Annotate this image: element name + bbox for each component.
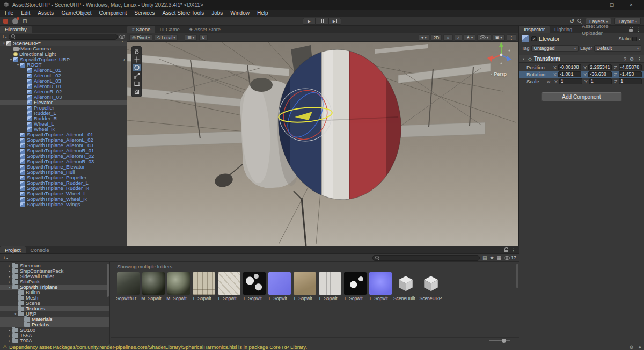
folder-mesh[interactable]: Mesh bbox=[0, 295, 109, 301]
tag-dropdown[interactable]: Untagged▾ bbox=[531, 45, 579, 52]
pivot-toggle[interactable]: ◎Pivot▾ bbox=[129, 34, 152, 41]
folder-arrow-icon[interactable]: ▸ bbox=[7, 338, 12, 344]
folder-scene[interactable]: Scene bbox=[0, 301, 109, 306]
hierarchy-item-sopwithtriplane-urp[interactable]: ▼SopwithTriplane_URP› bbox=[0, 57, 127, 62]
rect-tool-button[interactable] bbox=[133, 80, 141, 88]
component-menu-icon[interactable]: ⋮ bbox=[637, 56, 642, 62]
view-tool-button[interactable] bbox=[133, 48, 141, 55]
folder-arrow-icon[interactable]: ▸ bbox=[7, 279, 12, 285]
folder-urp[interactable]: ▾URP bbox=[0, 311, 109, 317]
asset-m-sopwit[interactable]: M_Sopwit... bbox=[166, 272, 191, 301]
project-menu-icon[interactable]: ⋮ bbox=[511, 247, 516, 253]
tab-asset-store-uploader[interactable]: Asset Store Uploader bbox=[577, 26, 629, 33]
hierarchy-item-propeller[interactable]: Propeller bbox=[0, 105, 127, 111]
asset-scenebuilt[interactable]: SceneBuilt... bbox=[393, 272, 418, 301]
folder-t90a[interactable]: ▸T90A bbox=[0, 338, 109, 344]
folder-materials[interactable]: Materials bbox=[0, 317, 109, 322]
hierarchy-item-rudder-r[interactable]: Rudder_R bbox=[0, 116, 127, 121]
gear-icon[interactable]: ⚙ bbox=[629, 345, 633, 350]
hierarchy-item-sceneurp[interactable]: ▼SceneURP*⋮ bbox=[0, 41, 127, 46]
step-button[interactable]: ▶ bbox=[328, 18, 341, 25]
add-component-button[interactable]: Add Component bbox=[541, 92, 622, 101]
hierarchy-item-rudder-l[interactable]: Rudder_L bbox=[0, 111, 127, 116]
save-search-icon[interactable]: ▦ bbox=[496, 255, 501, 260]
scale-y-field[interactable]: 1 bbox=[589, 78, 612, 84]
minimize-button[interactable]: ─ bbox=[583, 0, 602, 10]
project-search-input[interactable] bbox=[372, 255, 480, 261]
folder-sopwith-triplane[interactable]: ▾Sopwith Triplane bbox=[0, 285, 109, 290]
asset-sceneurp[interactable]: SceneURP bbox=[419, 272, 443, 301]
folder-arrow-icon[interactable]: ▸ bbox=[7, 327, 12, 333]
folder-arrow-icon[interactable]: ▾ bbox=[13, 311, 18, 317]
scene-audio-toggle[interactable]: ♪ bbox=[455, 34, 462, 41]
create-object-button[interactable]: +▾ bbox=[2, 34, 7, 40]
asset-sopwithtr[interactable]: SopwithTr... bbox=[116, 272, 140, 301]
lock-icon[interactable] bbox=[629, 29, 633, 32]
grid-scrollbar[interactable] bbox=[516, 264, 518, 288]
layer-dropdown[interactable]: Default▾ bbox=[594, 45, 641, 52]
shading-mode-dropdown[interactable]: ●▾ bbox=[419, 34, 429, 41]
hierarchy-search-input[interactable] bbox=[9, 34, 118, 40]
search-by-label-icon[interactable]: ★ bbox=[489, 255, 494, 260]
account-icon[interactable] bbox=[12, 18, 18, 24]
tab-project[interactable]: Project bbox=[0, 246, 26, 253]
scale-tool-button[interactable] bbox=[133, 72, 141, 79]
tab-inspector[interactable]: Inspector bbox=[519, 26, 550, 33]
menu-file[interactable]: File bbox=[1, 10, 17, 17]
menu-help[interactable]: Help bbox=[253, 10, 272, 17]
menu-gameobject[interactable]: GameObject bbox=[57, 10, 95, 17]
menu-component[interactable]: Component bbox=[96, 10, 131, 17]
move-tool-button[interactable] bbox=[133, 56, 141, 63]
folder-sidewalltrailer[interactable]: ▸SideWallTrailer bbox=[0, 274, 109, 279]
hierarchy-item-wheel-l[interactable]: Wheel_L bbox=[0, 121, 127, 127]
scene-menu-icon[interactable]: ⋮ bbox=[120, 41, 125, 46]
perspective-label[interactable]: ‹ Persp bbox=[491, 71, 507, 77]
tab-console[interactable]: Console bbox=[26, 246, 54, 253]
inspector-menu-icon[interactable]: ⋮ bbox=[636, 27, 641, 32]
position-x-field[interactable]: -0.00108 bbox=[558, 64, 581, 70]
object-name-field[interactable]: Elevator bbox=[539, 35, 616, 42]
folder-textures[interactable]: Textures bbox=[0, 306, 109, 311]
tab-game[interactable]: ◫Game bbox=[155, 26, 184, 33]
scale-link-icon[interactable]: ∞ bbox=[547, 79, 552, 84]
asset-t-sopwit[interactable]: T_Sopwit... bbox=[292, 272, 317, 301]
rotation-x-field[interactable]: -1.081 bbox=[558, 71, 581, 77]
static-toggle[interactable]: Static ▾ bbox=[618, 36, 641, 41]
hierarchy-item-root[interactable]: ▼ROOT bbox=[0, 62, 127, 68]
maximize-button[interactable]: ▢ bbox=[602, 0, 621, 10]
rotation-z-field[interactable]: -1.453 bbox=[619, 71, 642, 77]
folder-arrow-icon[interactable]: ▾ bbox=[7, 285, 12, 290]
asset-m-sopwit[interactable]: M_Sopwit... bbox=[141, 272, 165, 301]
menu-edit[interactable]: Edit bbox=[17, 10, 34, 17]
scene-canvas[interactable] bbox=[127, 42, 518, 246]
version-control-icon[interactable] bbox=[3, 19, 8, 24]
create-asset-button[interactable]: +▾ bbox=[3, 255, 8, 261]
position-z-field[interactable]: -4.05878 bbox=[619, 64, 642, 70]
thumbnail-zoom-slider[interactable] bbox=[489, 340, 510, 341]
play-button[interactable]: ▶ bbox=[303, 18, 316, 25]
transform-tool-button[interactable] bbox=[133, 88, 141, 96]
hierarchy-item-aileronr-02[interactable]: AileronR_02 bbox=[0, 89, 127, 94]
hidden-count-badge[interactable]: 17 bbox=[504, 255, 516, 260]
menu-services[interactable]: Services bbox=[130, 10, 158, 17]
zoom-slider-handle[interactable] bbox=[502, 339, 506, 343]
hierarchy-item-aileronl-03[interactable]: AileronL_03 bbox=[0, 78, 127, 84]
hierarchy-item-elevator[interactable]: Elevator bbox=[0, 100, 127, 105]
hierarchy-item-aileronl-02[interactable]: AileronL_02 bbox=[0, 73, 127, 78]
foldout-arrow-icon[interactable]: ▼ bbox=[2, 41, 6, 46]
foldout-arrow-icon[interactable]: ▼ bbox=[16, 62, 20, 68]
asset-t-sopwit[interactable]: T_Sopwit... bbox=[318, 272, 342, 301]
folder-su100[interactable]: ▸SU100 bbox=[0, 327, 109, 333]
menu-window[interactable]: Window bbox=[226, 10, 253, 17]
scale-z-field[interactable]: 1 bbox=[619, 78, 642, 84]
folder-shipcontainerpack[interactable]: ▸ShipContainerPack bbox=[0, 268, 109, 274]
folder-builtin[interactable]: BuiltIn bbox=[0, 290, 109, 295]
hierarchy-item-aileronr-03[interactable]: AileronR_03 bbox=[0, 94, 127, 100]
help-icon[interactable]: ? bbox=[624, 56, 626, 62]
services-grid-icon[interactable]: ⊞ bbox=[23, 18, 27, 24]
asset-t-sopwit[interactable]: T_Sopwit... bbox=[267, 272, 291, 301]
snap-magnet-button[interactable]: ∪ bbox=[199, 34, 208, 41]
effects-dropdown[interactable]: ★▾ bbox=[464, 34, 475, 41]
tree-scrollbar[interactable] bbox=[107, 264, 109, 297]
close-button[interactable]: × bbox=[621, 0, 641, 10]
